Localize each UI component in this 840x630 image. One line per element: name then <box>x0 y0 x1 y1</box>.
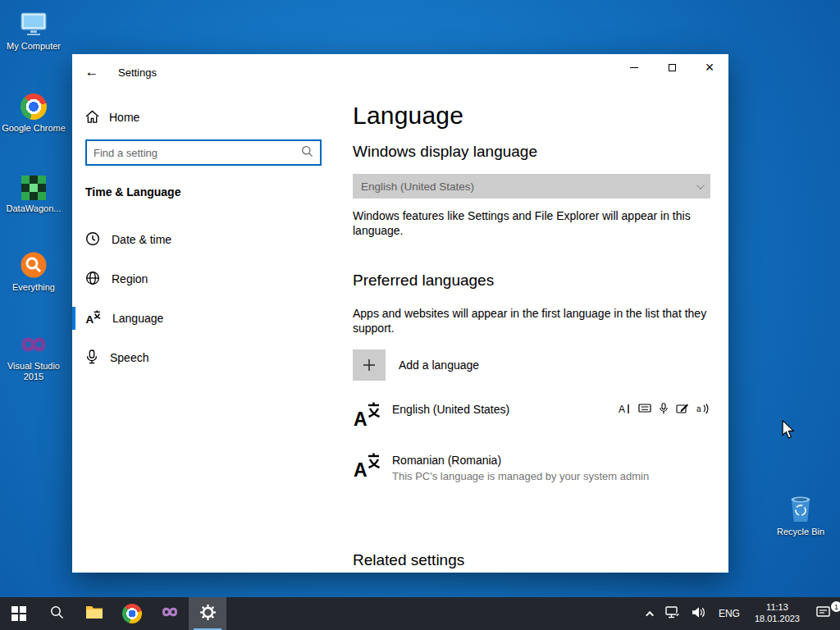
page-title: Language <box>353 102 710 130</box>
home-icon <box>85 110 99 126</box>
action-center-button[interactable]: 1 <box>807 597 840 630</box>
language-glyph-icon: A <box>353 451 381 482</box>
mouse-cursor <box>782 420 795 443</box>
notification-badge: 1 <box>831 601 840 612</box>
system-tray: ENG 11:13 18.01.2023 1 <box>642 597 840 630</box>
window-title: Settings <box>118 66 157 79</box>
svg-text:A: A <box>86 313 94 325</box>
chrome-icon <box>2 89 66 120</box>
close-button[interactable]: × <box>691 54 728 80</box>
taskbar-settings-button[interactable] <box>189 597 226 630</box>
taskbar-chrome-button[interactable] <box>113 597 151 630</box>
sidebar-item-label: Date & time <box>112 233 171 246</box>
sidebar-item-date-time[interactable]: Date & time <box>72 220 335 259</box>
tray-clock[interactable]: 11:13 18.01.2023 <box>747 597 807 630</box>
svg-text:A: A <box>354 459 368 479</box>
desktop-icon-my-computer[interactable]: My Computer <box>2 7 66 52</box>
language-glyph-icon: A <box>353 400 381 431</box>
microphone-icon <box>85 349 98 367</box>
folder-icon <box>85 605 103 623</box>
plus-icon <box>353 349 386 381</box>
preferred-languages-heading: Preferred languages <box>353 272 710 290</box>
tray-language-indicator[interactable]: ENG <box>711 597 747 630</box>
svg-text:A: A <box>619 404 625 415</box>
taskbar: ENG 11:13 18.01.2023 1 <box>0 597 840 630</box>
settings-window: ← Settings × Home Time & Language <box>72 54 728 573</box>
back-button[interactable]: ← <box>72 59 112 85</box>
chevron-up-icon <box>646 610 654 619</box>
sidebar-item-label: Language <box>112 312 163 325</box>
add-language-button[interactable]: Add a language <box>353 349 710 381</box>
taskbar-search-button[interactable] <box>38 597 75 630</box>
sidebar-home-label: Home <box>109 111 139 124</box>
clock-icon <box>85 231 100 249</box>
language-settings-panel: Language Windows display language Englis… <box>335 90 728 573</box>
display-language-description: Windows features like Settings and File … <box>353 208 710 239</box>
language-name: Romanian (Romania) <box>392 454 649 467</box>
search-icon <box>301 145 313 161</box>
speech-icon: a <box>696 403 709 418</box>
search-input[interactable] <box>94 147 301 159</box>
language-list-item-romanian[interactable]: A Romanian (Romania) This PC's language … <box>353 451 710 482</box>
maximize-button[interactable] <box>653 54 691 80</box>
windows-logo-icon <box>11 606 26 621</box>
sidebar-item-speech[interactable]: Speech <box>72 338 335 377</box>
maximize-icon <box>669 64 676 71</box>
microphone-icon <box>659 403 669 418</box>
sidebar-item-label: Speech <box>110 351 148 364</box>
tray-date: 18.01.2023 <box>755 614 800 625</box>
minimize-icon <box>630 67 638 68</box>
desktop-icon-label: Google Chrome <box>2 123 66 134</box>
sidebar-item-label: Region <box>112 272 148 285</box>
preferred-languages-description: Apps and websites will appear in the fir… <box>353 306 710 336</box>
desktop-icon-label: Recycle Bin <box>769 527 833 537</box>
display-language-value: English (United States) <box>361 180 474 193</box>
chrome-icon <box>122 604 142 623</box>
desktop-icon-label: Everything <box>2 282 66 293</box>
tray-show-hidden-icons-button[interactable] <box>642 597 660 630</box>
my-computer-icon <box>2 7 66 38</box>
desktop-icon-recycle-bin[interactable]: Recycle Bin <box>769 487 833 537</box>
sidebar-section-title: Time & Language <box>85 185 335 199</box>
desktop-icon-visual-studio[interactable]: Visual Studio 2015 <box>2 326 66 382</box>
desktop-icon-label: DataWagon... <box>2 203 66 214</box>
svg-text:a: a <box>696 404 701 413</box>
language-admin-note: This PC's language is managed by your sy… <box>392 470 649 482</box>
taskbar-visual-studio-button[interactable] <box>151 597 189 630</box>
desktop-icon-label: Visual Studio 2015 <box>2 361 66 382</box>
everything-icon <box>2 248 66 279</box>
visual-studio-icon <box>2 326 66 358</box>
handwriting-icon <box>676 403 689 418</box>
related-settings-heading: Related settings <box>353 551 710 569</box>
display-language-dropdown[interactable]: English (United States) <box>353 174 710 199</box>
file-explorer-button[interactable] <box>75 597 113 630</box>
language-name: English (United States) <box>392 403 509 416</box>
keyboard-icon <box>638 403 651 418</box>
desktop-icon-google-chrome[interactable]: Google Chrome <box>2 89 66 134</box>
sidebar-item-home[interactable]: Home <box>85 103 335 131</box>
language-icon: A <box>85 309 101 327</box>
speaker-icon <box>692 606 705 622</box>
typing-icon: A <box>619 403 631 418</box>
recycle-bin-icon <box>769 487 833 523</box>
sidebar-item-region[interactable]: Region <box>72 259 335 299</box>
start-button[interactable] <box>0 597 38 630</box>
sidebar-item-language[interactable]: A Language <box>72 299 335 338</box>
notification-icon <box>816 605 831 622</box>
language-list-item-english[interactable]: A English (United States) A <box>353 400 710 431</box>
desktop-icon-datawagon[interactable]: DataWagon... <box>2 169 66 214</box>
svg-text:A: A <box>354 409 368 428</box>
display-language-heading: Windows display language <box>353 143 710 161</box>
search-box[interactable] <box>85 139 322 166</box>
close-icon: × <box>705 59 714 76</box>
tray-network-button[interactable] <box>660 597 686 630</box>
datawagon-icon <box>2 169 66 200</box>
network-icon <box>665 606 680 622</box>
minimize-button[interactable] <box>615 54 653 80</box>
gear-icon <box>199 604 217 624</box>
titlebar: ← Settings × <box>72 54 728 90</box>
desktop-icon-everything[interactable]: Everything <box>2 248 66 293</box>
tray-time: 11:13 <box>755 602 800 614</box>
desktop-icon-label: My Computer <box>2 41 66 52</box>
tray-volume-button[interactable] <box>686 597 711 630</box>
